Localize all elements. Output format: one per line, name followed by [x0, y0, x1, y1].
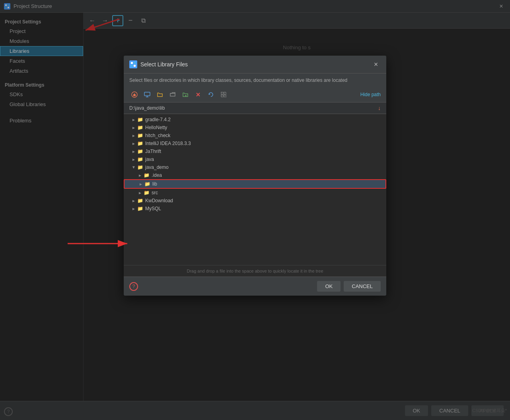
tree-item-hitch-check[interactable]: ► 📁 hitch_check	[124, 132, 386, 139]
folder-icon: 📁	[137, 117, 143, 122]
home-button[interactable]	[129, 89, 140, 100]
tree-item-java[interactable]: ► 📁 java	[124, 155, 386, 163]
tree-item-idea[interactable]: ► 📁 .idea	[124, 171, 386, 179]
svg-rect-9	[134, 62, 136, 64]
tree-item-src[interactable]: ► 📁 src	[124, 189, 386, 197]
folder-icon: 📁	[144, 172, 150, 178]
file-tree[interactable]: ► 📁 gradle-7.4.2 ► 📁 HelloNetty ► 📁 hitc…	[124, 114, 386, 265]
svg-rect-8	[131, 62, 133, 64]
folder-icon: 📁	[144, 181, 150, 187]
tree-item-name: java	[145, 157, 154, 162]
tree-item-name: JaThrift	[145, 149, 161, 154]
tree-item-hellonetty[interactable]: ► 📁 HelloNetty	[124, 124, 386, 132]
folder-icon: 📁	[144, 190, 150, 195]
chevron-icon: ►	[132, 118, 136, 122]
modal-help-button[interactable]: ?	[129, 282, 138, 291]
modal-close-button[interactable]: ×	[371, 60, 381, 69]
folder-icon: 📁	[137, 133, 143, 138]
folder-icon: 📁	[137, 149, 143, 154]
folder-icon: 📁	[137, 141, 143, 146]
svg-rect-23	[221, 95, 223, 97]
modal-subtitle: Select files or directories in which lib…	[124, 74, 386, 87]
svg-rect-10	[131, 65, 133, 67]
chevron-icon: ►	[138, 191, 142, 195]
folder-icon: 📁	[137, 125, 143, 130]
svg-rect-22	[224, 92, 226, 94]
modal-header: Select Library Files ×	[124, 56, 386, 74]
chevron-icon: ►	[139, 182, 143, 186]
tree-item-name: HelloNetty	[145, 125, 167, 130]
current-path: D:\java_demo\lib	[129, 105, 165, 111]
tree-item-name: java_demo	[145, 165, 169, 170]
modal-ok-button[interactable]: OK	[317, 281, 341, 292]
tree-item-gradle[interactable]: ► 📁 gradle-7.4.2	[124, 116, 386, 124]
chevron-icon: ►	[132, 141, 136, 146]
drop-hint: Drag and drop a file into the space abov…	[124, 265, 386, 277]
folder-icon: 📁	[137, 165, 143, 170]
tree-item-intellij[interactable]: ► 📁 IntelliJ IDEA 2018.3.3	[124, 139, 386, 147]
chevron-icon: ►	[138, 173, 142, 178]
svg-rect-13	[144, 92, 150, 96]
tree-item-jathrift[interactable]: ► 📁 JaThrift	[124, 147, 386, 155]
tree-item-lib[interactable]: ► 📁 lib	[124, 179, 386, 189]
tree-item-kwdownload[interactable]: ► 📁 KwDownload	[124, 197, 386, 205]
tree-item-java-demo[interactable]: ► 📁 java_demo	[124, 163, 386, 171]
desktop-button[interactable]	[142, 89, 152, 100]
folder-icon: 📁	[137, 206, 143, 211]
modal-cancel-button[interactable]: CANCEL	[344, 281, 381, 292]
refresh-button[interactable]	[206, 89, 216, 100]
tree-item-name: MySQL	[145, 206, 161, 211]
folder-button[interactable]	[167, 89, 178, 100]
tree-item-name: KwDownload	[145, 198, 173, 203]
chevron-icon: ►	[132, 157, 136, 162]
delete-button[interactable]	[193, 89, 203, 100]
folder-icon: 📁	[137, 157, 143, 162]
chevron-icon: ►	[132, 199, 136, 203]
chevron-icon: ►	[132, 126, 136, 130]
svg-rect-11	[134, 65, 136, 67]
modal-overlay: Select Library Files × Select files or d…	[0, 0, 510, 420]
select-library-files-dialog: Select Library Files × Select files or d…	[124, 56, 386, 296]
svg-rect-24	[224, 95, 226, 97]
path-bar: D:\java_demo\lib ↓	[124, 103, 386, 114]
folder-icon: 📁	[137, 198, 143, 203]
tree-item-name: .idea	[152, 172, 162, 178]
modal-footer: ? OK CANCEL	[124, 277, 386, 296]
tree-item-mysql[interactable]: ► 📁 MySQL	[124, 205, 386, 213]
chevron-icon: ►	[132, 134, 136, 138]
svg-rect-21	[221, 92, 223, 94]
tree-item-name: IntelliJ IDEA 2018.3.3	[145, 141, 191, 146]
tree-item-name: src	[152, 190, 158, 195]
modal-toolbar: Hide path	[124, 87, 386, 103]
modal-title: Select Library Files	[140, 61, 188, 68]
svg-marker-20	[209, 93, 210, 95]
chevron-icon: ►	[132, 149, 136, 154]
chevron-icon: ►	[132, 165, 136, 169]
chevron-icon: ►	[132, 207, 136, 211]
create-new-folder-button[interactable]	[180, 89, 191, 100]
tree-item-name: hitch_check	[145, 133, 170, 138]
tree-item-name: lib	[152, 181, 157, 187]
tree-item-name: gradle-7.4.2	[145, 117, 171, 122]
select-button[interactable]	[218, 89, 229, 100]
download-icon[interactable]: ↓	[378, 105, 381, 111]
open-folder-button[interactable]	[155, 89, 165, 100]
modal-icon	[129, 60, 137, 68]
hide-path-link[interactable]: Hide path	[360, 92, 381, 97]
modal-buttons: OK CANCEL	[317, 281, 381, 292]
